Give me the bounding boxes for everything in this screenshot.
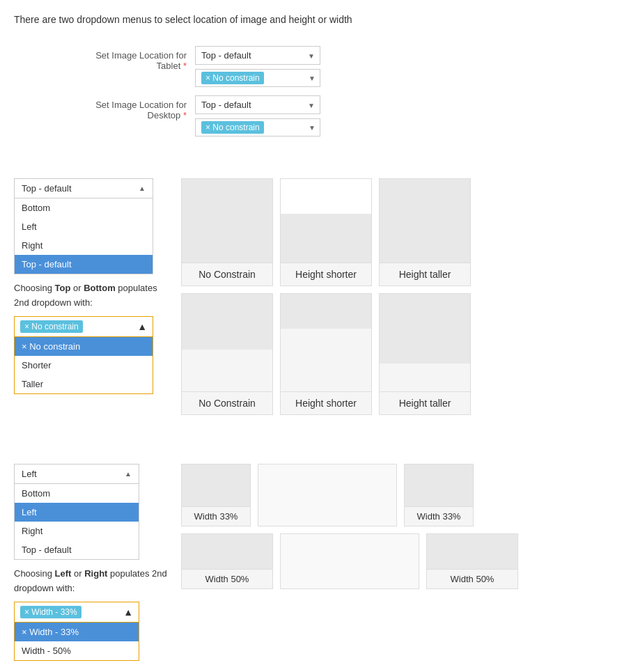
preview-height-taller-top: Height taller xyxy=(379,178,471,286)
form-section: Set Image Location for Tablet * Top - de… xyxy=(14,46,624,136)
preview-no-constrain-bottom: No Constrain xyxy=(181,293,273,415)
left-dropdown-item-left[interactable]: Left xyxy=(15,503,139,522)
preview-label-height-shorter-bottom: Height shorter xyxy=(281,391,371,414)
chevron-down-icon-4: ▼ xyxy=(309,124,316,132)
width-33-label-1: Width 33% xyxy=(182,506,250,526)
preview-top-space xyxy=(182,294,272,350)
preview-label-height-shorter: Height shorter xyxy=(281,263,371,286)
left-dropdown-item-right[interactable]: Right xyxy=(15,522,139,540)
constrain-dropdown-header[interactable]: × No constrain ▲ xyxy=(15,317,153,337)
chevron-up-icon-2: ▲ xyxy=(137,321,147,332)
preview-no-constrain-top: No Constrain xyxy=(181,178,273,286)
dropdown-item-width-33[interactable]: × Width - 33% xyxy=(15,623,139,641)
width-50-empty xyxy=(280,533,419,589)
chevron-down-icon-2: ▼ xyxy=(309,75,316,82)
desktop-controls: Top - default ▼ × No constrain ▼ xyxy=(195,95,320,136)
dropdown-item-no-constrain[interactable]: × No constrain xyxy=(15,337,153,356)
tablet-label: Set Image Location for Tablet * xyxy=(14,46,195,71)
left-dropdown-item-top-default[interactable]: Top - default xyxy=(15,540,139,559)
intro-text: There are two dropdown menus to select l… xyxy=(14,14,624,25)
top-bottom-demo-right: No Constrain Height shorter Height talle… xyxy=(181,178,624,415)
bottom-preview-row: No Constrain Height shorter Height talle… xyxy=(181,293,624,415)
preview-image-area-taller xyxy=(380,179,470,263)
desktop-form-row: Set Image Location for Desktop * Top - d… xyxy=(14,95,624,136)
location-dropdown-demo[interactable]: Top - default ▲ Bottom Left Right Top - … xyxy=(14,178,153,274)
width-50-row: Width 50% Width 50% xyxy=(181,533,624,589)
chevron-up-icon: ▲ xyxy=(139,185,146,192)
preview-label-height-taller: Height taller xyxy=(380,263,470,286)
width-33-image-2 xyxy=(405,464,473,506)
dropdown-item-shorter[interactable]: Shorter xyxy=(15,356,153,375)
preview-height-shorter-top: Height shorter xyxy=(280,178,372,286)
dropdown-item-taller[interactable]: Taller xyxy=(15,375,153,393)
left-right-demo-left: Left ▲ Bottom Left Right Top - default C… xyxy=(14,464,167,661)
width-dropdown-header[interactable]: × Width - 33% ▲ xyxy=(15,602,139,623)
width-50-label-1: Width 50% xyxy=(182,569,272,588)
preview-label-height-taller-bottom: Height taller xyxy=(380,391,470,414)
top-preview-row: No Constrain Height shorter Height talle… xyxy=(181,178,624,286)
desktop-constrain-select[interactable]: × No constrain ▼ xyxy=(195,118,320,136)
width-50-label-2: Width 50% xyxy=(427,569,518,588)
width-33-cell-1: Width 33% xyxy=(181,464,251,526)
tablet-constrain-select[interactable]: × No constrain ▼ xyxy=(195,69,320,87)
top-bottom-description: Choosing Top or Bottom populates 2nd dro… xyxy=(14,281,167,311)
desktop-location-select[interactable]: Top - default xyxy=(195,95,320,114)
preview-bottom-space-taller xyxy=(380,364,470,391)
width-33-row: Width 33% Width 33% xyxy=(181,464,624,526)
left-dropdown-item-bottom[interactable]: Bottom xyxy=(15,484,139,503)
width-50-cell-2: Width 50% xyxy=(426,533,518,589)
desktop-constrain-tag[interactable]: × No constrain xyxy=(201,121,264,134)
width-33-image-1 xyxy=(182,464,250,506)
tablet-location-select[interactable]: Top - default xyxy=(195,46,320,65)
constrain-dropdown-demo[interactable]: × No constrain ▲ × No constrain Shorter … xyxy=(14,316,153,394)
chevron-up-icon-4: ▲ xyxy=(123,607,133,618)
left-dropdown-header[interactable]: Left ▲ xyxy=(15,464,139,484)
width-50-image-1 xyxy=(182,534,272,569)
desktop-label: Set Image Location for Desktop * xyxy=(14,95,195,120)
preview-height-shorter-bottom: Height shorter xyxy=(280,293,372,415)
preview-top-space-taller xyxy=(380,294,470,364)
desktop-location-select-wrapper[interactable]: Top - default ▼ xyxy=(195,95,320,114)
tablet-location-select-wrapper[interactable]: Top - default ▼ xyxy=(195,46,320,65)
width-dropdown-demo[interactable]: × Width - 33% ▲ × Width - 33% Width - 50… xyxy=(14,602,139,661)
preview-image-area-shorter xyxy=(281,214,371,263)
left-right-description: Choosing Left or Right populates 2nd dro… xyxy=(14,567,167,596)
tablet-controls: Top - default ▼ × No constrain ▼ xyxy=(195,46,320,87)
width-50-image-2 xyxy=(427,534,518,569)
preview-bottom-space-shorter xyxy=(281,329,371,391)
top-bottom-demo-left: Top - default ▲ Bottom Left Right Top - … xyxy=(14,178,167,394)
dropdown-item-width-50[interactable]: Width - 50% xyxy=(15,641,139,660)
left-right-demo-section: Left ▲ Bottom Left Right Top - default C… xyxy=(14,464,624,661)
top-bottom-demo-section: Top - default ▲ Bottom Left Right Top - … xyxy=(14,178,624,415)
chevron-up-icon-3: ▲ xyxy=(125,470,132,478)
width-50-cell-1: Width 50% xyxy=(181,533,273,589)
dropdown-header[interactable]: Top - default ▲ xyxy=(15,179,153,198)
preview-bottom-space xyxy=(182,350,272,391)
preview-label-no-constrain-bottom: No Constrain xyxy=(182,391,272,414)
tablet-constrain-tag[interactable]: × No constrain xyxy=(201,72,264,84)
preview-label-no-constrain: No Constrain xyxy=(182,263,272,286)
tablet-form-row: Set Image Location for Tablet * Top - de… xyxy=(14,46,624,87)
left-right-demo-right: Width 33% Width 33% Width 50% Width 50% xyxy=(181,464,624,589)
width-33-tag[interactable]: × Width - 33% xyxy=(20,606,81,618)
no-constrain-tag[interactable]: × No constrain xyxy=(20,320,83,333)
dropdown-item-left[interactable]: Left xyxy=(15,217,153,236)
width-33-label-2: Width 33% xyxy=(405,506,473,526)
left-location-dropdown[interactable]: Left ▲ Bottom Left Right Top - default xyxy=(14,464,139,560)
dropdown-item-top-default[interactable]: Top - default xyxy=(15,255,153,274)
preview-image-area xyxy=(182,179,272,263)
dropdown-item-bottom[interactable]: Bottom xyxy=(15,198,153,217)
preview-height-taller-bottom: Height taller xyxy=(379,293,471,415)
dropdown-item-right[interactable]: Right xyxy=(15,236,153,255)
width-33-empty-1 xyxy=(258,464,397,526)
preview-top-space-shorter xyxy=(281,294,371,329)
width-33-cell-2: Width 33% xyxy=(404,464,474,526)
